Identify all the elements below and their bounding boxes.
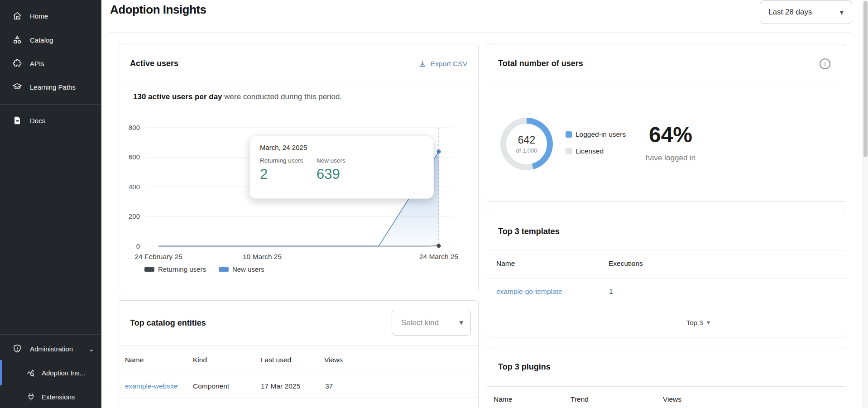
chart-tooltip: March, 24 2025 Returning users 2 New use…	[249, 135, 434, 199]
header-divider	[108, 33, 852, 33]
select-kind-dropdown[interactable]: Select kind	[392, 310, 471, 336]
tooltip-values: Returning users 2 New users 639	[260, 157, 423, 182]
sidebar-item-label: Extensions	[42, 393, 75, 401]
top-n-value: Top 3	[686, 319, 703, 326]
top-n-select[interactable]: Top 3	[686, 318, 710, 326]
scrollbar-track[interactable]	[863, 0, 868, 408]
card-title: Top catalog entities	[130, 318, 206, 328]
catalog-icon	[12, 35, 22, 45]
top-templates-card: Top 3 templates Name Executions example-…	[487, 213, 846, 337]
top-plugins-card: Top 3 plugins Name Trend Views	[487, 347, 846, 408]
sidebar-item-adoption-insights[interactable]: Adoption Ins...	[0, 364, 101, 382]
percent-value: 64%	[628, 122, 714, 147]
legend-swatch	[566, 148, 572, 154]
logged-in-percent-block: 64% have logged in	[628, 122, 714, 163]
table-divider	[487, 305, 846, 305]
legend-item-returning-users: Returning users	[144, 265, 206, 273]
legend-swatch	[219, 267, 229, 272]
page-title: Adoption Insights	[110, 3, 206, 17]
tooltip-returning: Returning users 2	[260, 157, 317, 182]
entity-link[interactable]: example-website	[125, 382, 177, 390]
donut-value: 642	[518, 134, 535, 146]
sidebar-item-catalog[interactable]: Catalog	[0, 31, 101, 49]
svg-text:24 March 25: 24 March 25	[419, 253, 458, 260]
table-divider	[119, 373, 478, 373]
tooltip-new: New users 639	[317, 157, 345, 182]
top-templates-card-header: Top 3 templates	[487, 213, 846, 250]
sidebar-item-label: Home	[30, 12, 48, 20]
legend-item-licensed: Licensed	[566, 147, 626, 155]
caret-down-icon	[459, 318, 463, 327]
column-header-name: Name	[494, 395, 512, 403]
adoption-insights-icon	[26, 368, 36, 378]
sidebar-item-label: APIs	[30, 60, 44, 67]
svg-text:600: 600	[129, 153, 140, 161]
sidebar-item-apis[interactable]: APIs	[0, 54, 101, 72]
top-plugins-card-header: Top 3 plugins	[487, 347, 846, 387]
date-range-value: Last 28 days	[768, 8, 812, 17]
svg-text:10 March 25: 10 March 25	[243, 253, 282, 260]
card-title: Total number of users	[498, 59, 583, 68]
column-header-kind: Kind	[193, 356, 207, 364]
chevron-down-icon	[88, 346, 94, 352]
entity-last-used: 17 Mar 2025	[261, 382, 300, 390]
sidebar-item-learning-paths[interactable]: Learning Paths	[0, 78, 101, 96]
learning-paths-icon	[12, 82, 22, 92]
svg-text:400: 400	[129, 183, 140, 191]
tooltip-new-label: New users	[317, 157, 345, 164]
column-header-views: Views	[663, 395, 681, 403]
caret-down-icon	[839, 8, 844, 17]
svg-text:200: 200	[129, 212, 140, 220]
svg-text:24 February 25: 24 February 25	[134, 253, 182, 260]
total-users-card-header: Total number of users	[487, 44, 846, 83]
template-executions: 1	[609, 288, 613, 296]
sidebar-item-docs[interactable]: Docs	[0, 111, 101, 130]
sidebar-item-administration[interactable]: Administration	[0, 340, 101, 358]
column-header-name: Name	[496, 259, 515, 268]
sidebar-item-extensions[interactable]: Extensions	[0, 388, 101, 406]
date-range-select[interactable]: Last 28 days	[760, 0, 852, 24]
legend-label: New users	[232, 265, 264, 273]
column-header-name: Name	[125, 356, 144, 364]
sidebar-divider	[0, 104, 101, 105]
legend-swatch	[566, 131, 572, 138]
svg-text:0: 0	[136, 242, 140, 250]
card-title: Top 3 templates	[498, 227, 560, 236]
legend-label: Licensed	[575, 147, 604, 155]
donut-of-label: of 1,000	[516, 147, 537, 154]
entity-kind: Component	[193, 382, 229, 390]
sidebar-item-home[interactable]: Home	[0, 7, 101, 25]
table-divider	[487, 278, 846, 278]
adoption-insights-page: Home Catalog APIs Learning Paths Docs Ad…	[0, 0, 868, 408]
legend-item-logged-in: Logged-in users	[566, 130, 626, 139]
sidebar-item-label: Docs	[30, 117, 45, 125]
apis-icon	[12, 58, 22, 68]
percent-caption: have logged in	[628, 154, 714, 163]
docs-icon	[12, 115, 22, 125]
column-header-executions: Executions	[609, 259, 643, 268]
info-icon[interactable]	[820, 58, 830, 69]
legend-label: Logged-in users	[575, 130, 626, 139]
sidebar-item-label: Adoption Ins...	[42, 369, 85, 377]
sidebar-item-label: Catalog	[30, 36, 53, 44]
active-users-card: Active users Export CSV 130 active users…	[119, 44, 479, 291]
sidebar: Home Catalog APIs Learning Paths Docs Ad…	[0, 0, 101, 408]
caret-down-icon	[707, 318, 710, 326]
legend-swatch	[144, 267, 154, 272]
svg-text:800: 800	[129, 124, 140, 131]
sidebar-item-label: Learning Paths	[30, 83, 76, 91]
total-users-card: Total number of users 642 of 1,000 Logge…	[487, 44, 846, 202]
home-icon	[12, 11, 22, 21]
card-title: Top 3 plugins	[498, 362, 551, 372]
scrollbar-thumb[interactable]	[863, 1, 868, 157]
template-link[interactable]: example-go-template	[496, 288, 562, 296]
column-header-trend: Trend	[571, 395, 589, 403]
chart-legend: Returning users New users	[144, 265, 264, 273]
users-donut-chart: 642 of 1,000	[500, 118, 553, 170]
plug-icon	[26, 392, 36, 402]
tooltip-returning-label: Returning users	[260, 157, 317, 164]
table-divider	[119, 398, 478, 398]
entity-views: 37	[325, 382, 333, 390]
donut-center: 642 of 1,000	[506, 124, 547, 164]
column-header-last-used: Last used	[261, 356, 291, 364]
